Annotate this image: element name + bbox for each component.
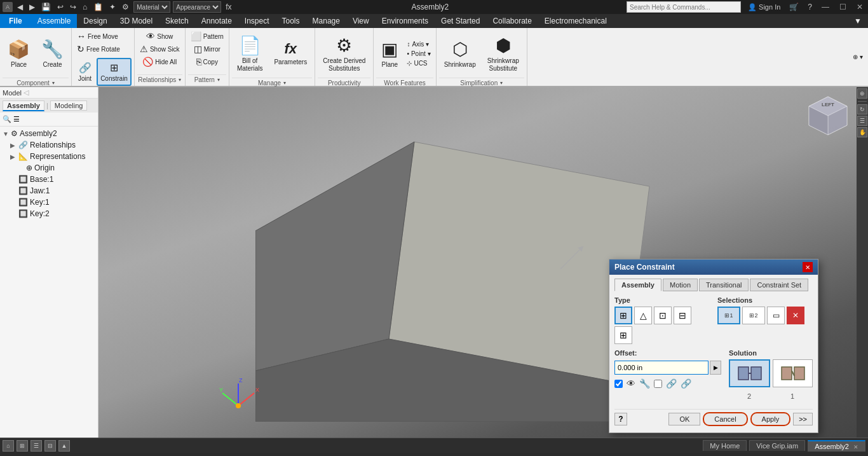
sel-btn-2[interactable]: ⊞ 2 <box>742 307 765 324</box>
type-icon-sym[interactable]: ⊞ <box>614 326 632 344</box>
qat-function[interactable]: fx <box>224 2 233 12</box>
tree-menu-btn[interactable]: ☰ <box>13 115 20 123</box>
menu-extra[interactable]: ▼ <box>848 14 868 28</box>
dialog-close-btn[interactable]: ✕ <box>803 262 813 272</box>
status-tab-myhome[interactable]: My Home <box>703 440 747 451</box>
search-input[interactable] <box>627 1 741 13</box>
status-home-btn[interactable]: ⌂ <box>3 440 14 452</box>
menu-annotate[interactable]: Annotate <box>195 14 238 28</box>
status-panels-btn[interactable]: ⊟ <box>44 440 56 452</box>
axis-btn[interactable]: ↕ Axis ▾ <box>404 40 433 48</box>
status-list-btn[interactable]: ☰ <box>31 440 42 452</box>
predict-offset-cb[interactable] <box>614 380 623 388</box>
menu-sketch[interactable]: Sketch <box>159 14 195 28</box>
menu-tools[interactable]: Tools <box>276 14 306 28</box>
parameters-btn[interactable]: fx Parameters <box>269 31 312 76</box>
tree-search-btn[interactable]: 🔍 <box>3 115 11 123</box>
tab-assembly[interactable]: Assembly <box>3 100 44 111</box>
ucs-btn[interactable]: ⊹ UCS <box>404 59 433 67</box>
qat-back[interactable]: ◀ <box>15 2 25 12</box>
mirror-btn[interactable]: ◫ Mirror <box>191 43 223 55</box>
type-icon-mate[interactable]: ⊞ <box>614 307 632 324</box>
qat-redo[interactable]: ↪ <box>68 2 78 12</box>
place-btn[interactable]: 📦 Place <box>3 31 35 76</box>
tree-item-origin[interactable]: ⊕ Origin <box>0 162 98 174</box>
offset-input[interactable] <box>614 361 709 375</box>
type-icon-insert[interactable]: ⊟ <box>674 307 691 324</box>
qat-forward[interactable]: ▶ <box>27 2 37 12</box>
material-select[interactable]: Material <box>133 1 170 13</box>
component-group-label[interactable]: Component ▾ <box>3 78 69 88</box>
tree-item-relationships[interactable]: ▶ 🔗 Relationships <box>0 139 98 151</box>
viewport[interactable]: LEFT X Y Z Place Constrai <box>98 87 857 438</box>
status-grid-btn[interactable]: ⊞ <box>17 440 28 452</box>
qat-star[interactable]: ✦ <box>107 2 118 12</box>
type-icon-tangent[interactable]: ⊡ <box>654 307 672 324</box>
menu-inspect[interactable]: Inspect <box>238 14 276 28</box>
relationships-group-label[interactable]: Relationships ▾ <box>137 74 182 85</box>
tab-modeling[interactable]: Modeling <box>50 100 88 111</box>
qat-settings[interactable]: ⚙ <box>120 2 131 12</box>
menu-3dmodel[interactable]: 3D Model <box>114 14 159 28</box>
tree-item-assembly2[interactable]: ▼ ⚙ Assembly2 <box>0 128 98 139</box>
create-btn[interactable]: 🔧 Create <box>36 31 69 76</box>
show-btn[interactable]: 👁 Show <box>144 31 175 42</box>
dialog-tab-transitional[interactable]: Transitional <box>699 279 749 291</box>
maximize-btn[interactable]: ☐ <box>837 3 849 11</box>
menu-environments[interactable]: Environments <box>376 14 435 28</box>
menu-view[interactable]: View <box>346 14 376 28</box>
dialog-expand-btn[interactable]: >> <box>793 413 813 425</box>
tree-item-jaw1[interactable]: 🔲 Jaw:1 <box>0 185 98 197</box>
help-btn[interactable]: ? <box>806 2 814 12</box>
tree-item-representations[interactable]: ▶ 📐 Representations <box>0 151 98 162</box>
pattern-group-label[interactable]: Pattern ▾ <box>188 74 226 85</box>
bom-btn[interactable]: 📄 Bill ofMaterials <box>232 31 268 76</box>
menu-design[interactable]: Design <box>77 14 113 28</box>
manage-group-label[interactable]: Manage ▾ <box>232 78 312 88</box>
create-derived-btn[interactable]: ⚙ Create DerivedSubstitutes <box>318 31 370 76</box>
close-btn[interactable]: ✕ <box>854 3 865 11</box>
dialog-ok-btn[interactable]: OK <box>668 413 700 425</box>
dialog-titlebar[interactable]: Place Constraint ✕ <box>609 259 818 275</box>
tree-item-key1[interactable]: 🔲 Key:1 <box>0 197 98 208</box>
dialog-tab-constraint-set[interactable]: Constraint Set <box>750 279 808 291</box>
sel-btn-1[interactable]: ⊞ 1 <box>717 307 740 324</box>
qat-undo[interactable]: ↩ <box>55 2 65 12</box>
minimize-btn[interactable]: — <box>819 3 832 11</box>
view-orbit-btn[interactable]: ⊕ <box>857 88 867 99</box>
view-rotate-btn[interactable]: ↻ <box>857 104 867 114</box>
pattern-btn[interactable]: ⬜ Pattern <box>188 31 226 42</box>
free-move-btn[interactable]: ↔ Free Move <box>74 31 132 42</box>
type-icon-angle[interactable]: △ <box>634 307 652 324</box>
menu-assemble[interactable]: Assemble <box>31 14 78 28</box>
qat-save[interactable]: 💾 <box>39 2 53 12</box>
show-sick-btn[interactable]: ⚠ Show Sick <box>137 43 182 55</box>
menu-getstarted[interactable]: Get Started <box>435 14 486 28</box>
sel-btn-rect[interactable]: ▭ <box>767 307 785 324</box>
signin-btn[interactable]: 👤 Sign In <box>746 3 782 12</box>
dialog-apply-btn[interactable]: Apply <box>750 412 791 426</box>
point-btn[interactable]: • Point ▾ <box>404 50 433 58</box>
nav-cube[interactable]: LEFT <box>799 93 850 144</box>
status-tab-close[interactable]: ✕ <box>853 444 858 450</box>
simplification-group-label[interactable]: Simplification ▾ <box>439 78 524 88</box>
tree-item-key2[interactable]: 🔲 Key:2 <box>0 208 98 219</box>
sel-btn-x[interactable]: ✕ <box>787 307 804 324</box>
copy-btn[interactable]: ⎘ Copy <box>194 56 220 67</box>
file-menu[interactable]: File <box>0 14 31 28</box>
plane-btn[interactable]: ▣ Plane <box>376 31 403 76</box>
hide-all-btn[interactable]: 🚫 Hide All <box>140 56 179 67</box>
view-pan-btn[interactable]: ☰ <box>857 116 867 126</box>
cb2[interactable] <box>654 380 662 388</box>
menu-manage[interactable]: Manage <box>306 14 346 28</box>
solution-btn-2[interactable] <box>773 359 813 387</box>
qat-tools[interactable]: 📋 <box>92 2 105 12</box>
dialog-tab-assembly[interactable]: Assembly <box>614 279 661 291</box>
joint-btn[interactable]: 🔗 Joint <box>74 56 95 88</box>
shrinkwrap-sub-btn[interactable]: ⬢ ShrinkwrapSubstitute <box>482 31 524 76</box>
constrain-btn[interactable]: ⊞ Constrain <box>97 58 132 86</box>
free-rotate-btn[interactable]: ↻ Free Rotate <box>74 43 132 55</box>
cart-btn[interactable]: 🛒 <box>787 2 801 12</box>
appearance-select[interactable]: Appearance <box>173 1 221 13</box>
menu-collaborate[interactable]: Collaborate <box>486 14 538 28</box>
